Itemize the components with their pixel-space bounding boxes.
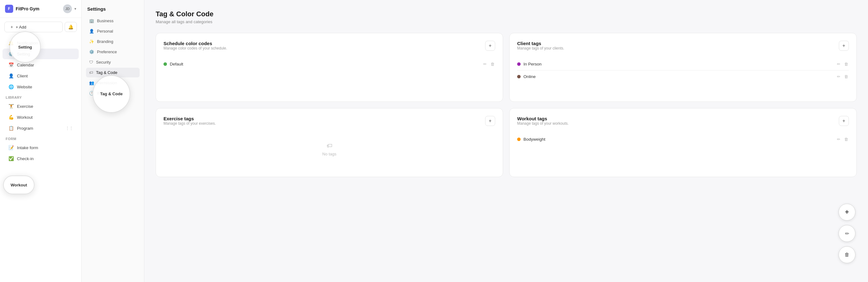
- card-header: Client tags Manage tags of your clients.…: [517, 41, 849, 56]
- sidebar-item-label: Notification: [17, 41, 38, 45]
- card-header: Exercise tags Manage tags of your exerci…: [163, 116, 495, 131]
- add-button[interactable]: ＋ + Add: [4, 22, 63, 32]
- sidebar-item-notification[interactable]: 🔔 Notification: [2, 38, 79, 48]
- exercise-tags-add-button[interactable]: +: [485, 116, 495, 126]
- library-section-label: Library: [0, 93, 81, 101]
- tag-item: Online ✏ 🗑: [517, 71, 849, 83]
- card-header-text: Exercise tags Manage tags of your exerci…: [163, 116, 216, 131]
- workout-tags-add-button[interactable]: +: [839, 116, 849, 126]
- edit-tag-button[interactable]: ✏: [483, 61, 487, 67]
- tag-item: Bodyweight ✏ 🗑: [517, 133, 849, 145]
- sidebar-item-label: Check-in: [17, 156, 34, 161]
- personal-icon: 👤: [89, 29, 94, 34]
- security-icon: 🛡: [89, 60, 93, 65]
- sidebar-item-workout[interactable]: 💪 Workout: [2, 112, 79, 122]
- plus-icon: ＋: [10, 24, 14, 30]
- settings-item-personal[interactable]: 👤 Personal: [86, 26, 140, 36]
- card-header-text: Schedule color codes Manage color codes …: [163, 41, 227, 56]
- sidebar-item-website[interactable]: 🌐 Website: [2, 81, 79, 92]
- sidebar-item-setting[interactable]: ⚙️ Setting: [2, 48, 79, 59]
- settings-item-permission[interactable]: 👥 Permission: [86, 78, 140, 88]
- sidebar-item-check-in[interactable]: ✅ Check-in: [2, 153, 79, 164]
- sidebar-nav: 🔔 Notification ⚙️ Setting 📅 Calendar 👤 C…: [0, 36, 81, 166]
- settings-title: Settings: [86, 6, 140, 11]
- sidebar-item-exercise[interactable]: 🏋 Exercise: [2, 101, 79, 111]
- client-icon: 👤: [8, 73, 14, 78]
- sidebar-item-intake-form[interactable]: 📝 Intake form: [2, 142, 79, 153]
- delete-tag-button[interactable]: 🗑: [490, 61, 495, 67]
- edit-tag-button[interactable]: ✏: [836, 74, 841, 80]
- page-title: Tag & Color Code: [156, 10, 857, 18]
- sidebar-item-program[interactable]: 📋 Program ⋮⋮: [2, 123, 79, 134]
- tag-label: In Person: [523, 62, 541, 66]
- branding-icon: ✨: [89, 39, 94, 44]
- no-tags-placeholder: 🏷 No tags: [163, 133, 495, 166]
- settings-item-label: Personal: [97, 29, 113, 34]
- sidebar-header: F FitPro Gym JD ▾: [0, 0, 81, 18]
- settings-item-label: Security: [96, 60, 111, 65]
- drag-handle: ⋮⋮: [66, 126, 73, 130]
- sidebar-item-label: Workout: [17, 115, 33, 120]
- settings-item-label: Working Hours: [97, 91, 124, 96]
- tag-left: Default: [163, 62, 183, 66]
- settings-item-label: Permission: [97, 80, 117, 85]
- schedule-color-codes-add-button[interactable]: +: [485, 41, 495, 51]
- calendar-icon: 📅: [8, 62, 14, 67]
- sidebar-item-calendar[interactable]: 📅 Calendar: [2, 60, 79, 70]
- notification-icon: 🔔: [8, 40, 14, 45]
- settings-item-working-hours[interactable]: 🕐 Working Hours: [86, 89, 140, 98]
- tag-actions: ✏ 🗑: [836, 136, 849, 142]
- sidebar-item-client[interactable]: 👤 Client: [2, 71, 79, 81]
- brand: F FitPro Gym: [5, 5, 39, 13]
- settings-item-business[interactable]: 🏢 Business: [86, 16, 140, 26]
- settings-item-tag-code[interactable]: 🏷 Tag & Code: [86, 68, 140, 77]
- sidebar: F FitPro Gym JD ▾ ＋ + Add 🔔 🔔 Notificati…: [0, 0, 82, 282]
- chevron-down-icon: ▾: [74, 7, 76, 11]
- tag-actions: ✏ 🗑: [836, 74, 849, 80]
- card-title: Client tags: [517, 41, 564, 46]
- sidebar-item-label: Setting: [17, 52, 30, 57]
- card-title: Exercise tags: [163, 116, 216, 121]
- card-subtitle: Manage tags of your exercises.: [163, 121, 216, 126]
- sidebar-item-label: Exercise: [17, 104, 33, 109]
- settings-item-security[interactable]: 🛡 Security: [86, 57, 140, 67]
- sidebar-item-label: Intake form: [17, 145, 38, 150]
- notification-icon-button[interactable]: 🔔: [65, 22, 77, 32]
- brand-icon: F: [5, 5, 13, 13]
- settings-item-preference[interactable]: ⚙️ Preference: [86, 47, 140, 57]
- tag-actions: ✏ 🗑: [836, 61, 849, 67]
- delete-tag-button[interactable]: 🗑: [843, 61, 849, 67]
- tag-empty-icon: 🏷: [327, 143, 332, 149]
- sidebar-item-label: Website: [17, 84, 32, 89]
- fab-add-button[interactable]: +: [838, 204, 856, 221]
- fab-delete-button[interactable]: 🗑: [838, 246, 856, 263]
- delete-tag-button[interactable]: 🗑: [843, 74, 849, 80]
- business-icon: 🏢: [89, 19, 94, 23]
- tag-label: Default: [170, 62, 183, 66]
- card-header-text: Client tags Manage tags of your clients.: [517, 41, 564, 56]
- settings-panel: Settings 🏢 Business 👤 Personal ✨ Brandin…: [82, 0, 144, 282]
- working-hours-icon: 🕐: [89, 91, 94, 96]
- settings-item-label: Preference: [97, 49, 117, 54]
- client-tags-card: Client tags Manage tags of your clients.…: [509, 33, 857, 102]
- sidebar-item-label: Program: [17, 126, 33, 131]
- edit-tag-button[interactable]: ✏: [836, 61, 841, 67]
- preference-icon: ⚙️: [89, 49, 94, 54]
- avatar: JD: [63, 4, 72, 13]
- tag-item: In Person ✏ 🗑: [517, 58, 849, 71]
- add-area: ＋ + Add 🔔: [4, 22, 77, 32]
- sidebar-item-label: Client: [17, 74, 28, 78]
- settings-item-label: Business: [97, 19, 114, 23]
- intake-form-icon: 📝: [8, 145, 14, 150]
- tag-color-dot: [517, 75, 521, 78]
- edit-tag-button[interactable]: ✏: [836, 136, 841, 142]
- tag-color-dot: [517, 62, 521, 66]
- client-tags-add-button[interactable]: +: [839, 41, 849, 51]
- fab-edit-button[interactable]: ✏: [838, 225, 856, 242]
- delete-tag-button[interactable]: 🗑: [843, 136, 849, 142]
- settings-item-branding[interactable]: ✨ Branding: [86, 37, 140, 46]
- card-header: Schedule color codes Manage color codes …: [163, 41, 495, 56]
- no-tags-label: No tags: [322, 152, 336, 156]
- tag-left: Online: [517, 74, 536, 79]
- permission-icon: 👥: [89, 80, 94, 85]
